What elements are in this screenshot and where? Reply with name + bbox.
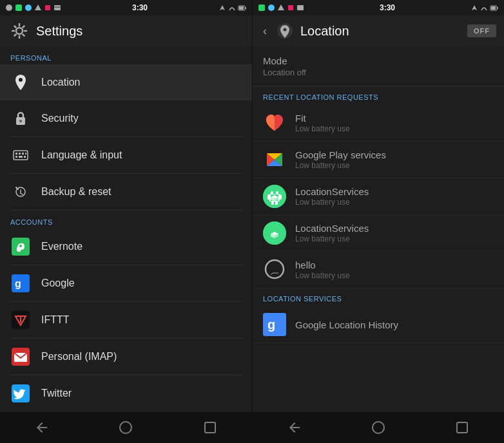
svg-point-55 [266, 260, 284, 278]
sidebar-item-security[interactable]: Security [0, 100, 252, 137]
sidebar-item-twitter[interactable]: Twitter [0, 375, 252, 411]
svg-rect-18 [15, 156, 17, 158]
mode-section[interactable]: Mode Location off [253, 46, 504, 87]
hello-info: hello Low battery use [295, 259, 350, 280]
evernote-label: Evernote [41, 241, 82, 252]
app-item-hello[interactable]: hello Low battery use [253, 252, 504, 288]
app-item-gps[interactable]: Google Play services Low battery use [253, 142, 504, 178]
app-item-glh[interactable]: g Google Location History [253, 306, 504, 343]
android-icon-2 [263, 222, 286, 245]
recents-button-left[interactable] [187, 415, 233, 440]
svg-point-13 [19, 120, 22, 122]
gps-status: Low battery use [295, 161, 386, 170]
section-accounts: ACCOUNTS [0, 211, 252, 229]
sidebar-item-ifttt[interactable]: IFTTT [0, 302, 252, 338]
backup-icon [10, 182, 31, 202]
nav-bar-right [253, 412, 504, 443]
location-content: Mode Location off RECENT LOCATION REQUES… [253, 46, 504, 412]
left-panel: 3:30 Settings PERSONAL Location [0, 0, 252, 443]
status-time-left: 3:30 [132, 3, 148, 12]
status-bar-right: 3:30 [253, 0, 504, 15]
gear-icon [10, 22, 28, 40]
location-icon [10, 72, 31, 93]
locservices-2-name: LocationServices [295, 223, 369, 234]
back-button-left[interactable] [19, 415, 65, 440]
personal-imap-label: Personal (IMAP) [41, 351, 117, 363]
locservices-2-status: Low battery use [295, 234, 369, 243]
gps-info: Google Play services Low battery use [295, 149, 386, 170]
svg-rect-37 [288, 5, 293, 10]
back-button-right[interactable] [271, 415, 318, 440]
svg-marker-3 [35, 5, 41, 10]
location-header: ‹ Location OFF [253, 15, 504, 46]
right-status-icons-left [218, 4, 247, 12]
app-item-locservices-2[interactable]: LocationServices Low battery use [253, 215, 504, 252]
mode-title: Mode [263, 55, 494, 66]
svg-rect-48 [267, 194, 270, 200]
sidebar-item-google[interactable]: g Google [0, 265, 252, 301]
home-button-right[interactable] [355, 415, 402, 440]
svg-rect-8 [245, 7, 246, 9]
svg-rect-38 [297, 5, 304, 10]
settings-header: Settings [0, 15, 252, 46]
backup-label: Backup & reset [41, 186, 111, 198]
sidebar-item-backup[interactable]: Backup & reset [0, 174, 252, 210]
svg-point-32 [120, 422, 131, 433]
gps-name: Google Play services [295, 149, 386, 160]
location-label: Location [41, 77, 81, 88]
sidebar-item-evernote[interactable]: Evernote [0, 229, 252, 265]
settings-title: Settings [36, 24, 82, 39]
svg-rect-21 [25, 153, 26, 155]
home-button-left[interactable] [102, 415, 149, 440]
svg-rect-49 [279, 194, 282, 200]
svg-rect-14 [14, 151, 28, 160]
app-item-locservices-1[interactable]: LocationServices Low battery use [253, 178, 504, 215]
hello-icon [263, 258, 286, 281]
hello-status: Low battery use [295, 271, 350, 280]
svg-point-46 [271, 191, 273, 194]
svg-rect-9 [239, 6, 244, 10]
locservices-1-name: LocationServices [295, 186, 369, 197]
evernote-icon [10, 236, 31, 257]
sidebar-item-location[interactable]: Location [0, 64, 252, 100]
android-icon-1 [263, 185, 286, 208]
glh-info: Google Location History [295, 319, 398, 330]
language-label: Language & input [41, 149, 122, 161]
svg-point-47 [276, 191, 278, 194]
back-arrow-right[interactable]: ‹ [260, 22, 269, 41]
ifttt-label: IFTTT [41, 314, 70, 326]
svg-point-11 [19, 78, 23, 82]
svg-rect-51 [275, 202, 278, 205]
keyboard-icon [10, 145, 31, 165]
svg-point-2 [25, 5, 32, 11]
google-location-history-icon: g [263, 313, 286, 336]
fit-icon [263, 111, 286, 135]
svg-rect-34 [258, 5, 265, 11]
app-item-fit[interactable]: Fit Low battery use [253, 105, 504, 142]
svg-rect-5 [54, 5, 61, 10]
hello-name: hello [295, 259, 350, 270]
locservices-1-info: LocationServices Low battery use [295, 186, 369, 207]
status-bar-left: 3:30 [0, 0, 252, 15]
svg-text:g: g [15, 278, 21, 289]
location-toggle[interactable]: OFF [467, 24, 496, 37]
sidebar-item-language[interactable]: Language & input [0, 137, 252, 173]
svg-point-35 [268, 5, 275, 11]
security-label: Security [41, 113, 79, 124]
right-panel: 3:30 ‹ Location OFF Mode Location off RE… [252, 0, 504, 443]
location-header-icon [276, 22, 294, 40]
svg-marker-36 [278, 5, 284, 10]
twitter-icon [10, 383, 31, 404]
svg-point-10 [16, 28, 23, 34]
location-title: Location [300, 24, 461, 39]
svg-text:g: g [267, 317, 275, 332]
recent-section-label: RECENT LOCATION REQUESTS [253, 87, 504, 105]
svg-rect-40 [497, 7, 498, 9]
sidebar-item-personal-imap[interactable]: Personal (IMAP) [0, 339, 252, 375]
fit-name: Fit [295, 113, 350, 124]
nav-bar-left [0, 412, 252, 443]
svg-rect-19 [19, 156, 23, 158]
svg-point-58 [373, 422, 384, 433]
fit-status: Low battery use [295, 124, 350, 133]
recents-button-right[interactable] [439, 415, 485, 440]
